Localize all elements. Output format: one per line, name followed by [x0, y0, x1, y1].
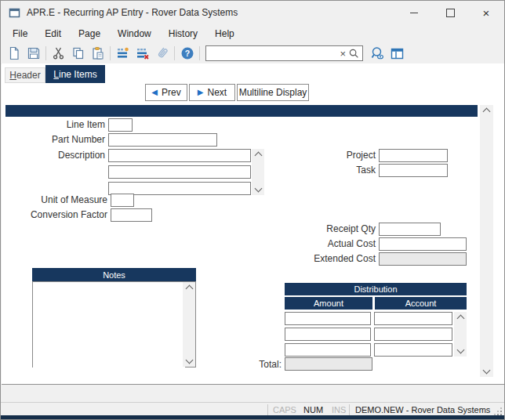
toolbar-separator: [45, 46, 46, 60]
session-indicator: DEMO.NEW - Rover Data Systems: [355, 405, 490, 415]
form-layout-button[interactable]: [387, 44, 407, 63]
distribution-scrollbar[interactable]: [454, 312, 467, 357]
menu-window[interactable]: Window: [109, 25, 160, 42]
toolbar-separator: [174, 46, 175, 60]
maximize-icon: [446, 9, 455, 17]
next-button[interactable]: ▶ Next: [189, 84, 235, 101]
notes-box: [32, 281, 196, 368]
toolbar: ? ×: [1, 43, 504, 64]
extended-cost-label: Extended Cost: [299, 252, 376, 266]
attachment-icon: [155, 46, 169, 60]
advanced-lookup-button[interactable]: [368, 44, 387, 63]
scroll-down-icon[interactable]: [254, 185, 262, 193]
distribution-account-column-header: Account: [375, 297, 467, 310]
app-window-icon[interactable]: [9, 7, 20, 19]
ins-indicator: INS: [332, 405, 346, 415]
tab-header[interactable]: Header: [5, 67, 45, 83]
insert-row-icon: [116, 46, 130, 60]
tab-line-items[interactable]: Line Items: [45, 65, 105, 83]
prev-button-label: Prev: [162, 87, 181, 98]
toolbar-separator: [110, 46, 111, 60]
distribution-header: Distribution: [285, 283, 467, 295]
distribution-account-field-3[interactable]: [374, 343, 452, 357]
next-button-label: Next: [208, 87, 227, 98]
paste-button[interactable]: [88, 44, 107, 63]
distribution-account-field-1[interactable]: [374, 312, 452, 325]
description-field-1[interactable]: [108, 149, 251, 162]
search-box: ×: [205, 45, 363, 61]
scroll-up-icon[interactable]: [483, 108, 491, 116]
description-label: Description: [1, 149, 105, 162]
prev-button[interactable]: ◀ Prev: [145, 84, 187, 101]
project-field[interactable]: [379, 149, 448, 162]
new-document-button[interactable]: [4, 44, 24, 63]
scroll-down-icon[interactable]: [185, 357, 193, 364]
multiline-display-button[interactable]: Multiline Display: [237, 84, 309, 101]
help-button[interactable]: ?: [177, 44, 197, 63]
part-number-field[interactable]: [108, 133, 217, 147]
unit-of-measure-field[interactable]: [111, 194, 134, 207]
menu-edit[interactable]: Edit: [36, 25, 70, 42]
close-icon: ×: [483, 7, 490, 19]
status-separator: [349, 404, 350, 416]
insert-row-button[interactable]: [113, 44, 133, 63]
conversion-factor-field[interactable]: [111, 208, 152, 222]
distribution-title: Distribution: [354, 284, 397, 294]
line-item-field[interactable]: [108, 118, 133, 132]
search-clear-icon[interactable]: ×: [337, 49, 348, 59]
new-document-icon: [7, 46, 21, 60]
toolbar-separator: [199, 46, 200, 60]
distribution-amount-field-3[interactable]: [285, 343, 371, 357]
distribution-account-field-2[interactable]: [374, 328, 452, 341]
menu-page[interactable]: Page: [70, 25, 109, 42]
notes-title: Notes: [103, 270, 125, 280]
scroll-up-icon[interactable]: [185, 285, 193, 293]
task-field[interactable]: [379, 164, 448, 177]
conversion-factor-label: Conversion Factor: [1, 208, 107, 222]
search-input[interactable]: [206, 48, 337, 59]
menu-file[interactable]: File: [4, 25, 36, 42]
cut-button[interactable]: [49, 44, 68, 63]
project-label: Project: [299, 149, 376, 162]
close-button[interactable]: ×: [468, 1, 504, 24]
menu-history[interactable]: History: [160, 25, 206, 42]
delete-row-icon: [136, 46, 150, 60]
save-button[interactable]: [24, 44, 43, 63]
advanced-lookup-icon: [370, 46, 385, 61]
account-column-label: Account: [405, 299, 437, 308]
tab-line-items-label: Line Items: [53, 69, 96, 80]
scroll-up-icon[interactable]: [254, 152, 262, 160]
total-label: Total:: [250, 358, 282, 371]
line-item-label: Line Item: [1, 118, 105, 132]
svg-text:?: ?: [184, 49, 189, 58]
search-magnifier-icon[interactable]: [348, 48, 360, 60]
caps-indicator: CAPS: [273, 405, 296, 415]
receipt-qty-label: Receipt Qty: [299, 223, 376, 236]
scroll-down-icon[interactable]: [456, 346, 464, 354]
form-layout-icon: [390, 46, 405, 61]
menu-help[interactable]: Help: [206, 25, 243, 42]
copy-icon: [71, 46, 85, 60]
distribution-amount-field-2[interactable]: [285, 328, 371, 341]
main-vertical-scrollbar[interactable]: [480, 105, 493, 377]
maximize-button[interactable]: [432, 1, 468, 24]
attachment-button[interactable]: [152, 44, 172, 63]
scroll-up-icon[interactable]: [456, 315, 464, 323]
description-field-2[interactable]: [108, 165, 251, 179]
notes-scrollbar[interactable]: [183, 282, 195, 367]
minimize-button[interactable]: [396, 1, 432, 24]
receipt-qty-field[interactable]: [379, 223, 441, 236]
notes-header: Notes: [32, 268, 196, 281]
copy-button[interactable]: [68, 44, 88, 63]
extended-cost-field: [379, 252, 467, 266]
unit-of-measure-label: Unit of Measure: [1, 194, 107, 207]
prev-arrow-icon: ◀: [151, 89, 158, 96]
notes-textarea[interactable]: [33, 282, 185, 370]
distribution-amount-field-1[interactable]: [285, 312, 371, 325]
status-separator: [267, 404, 268, 416]
actual-cost-field[interactable]: [379, 237, 467, 251]
delete-row-button[interactable]: [133, 44, 152, 63]
scroll-down-icon[interactable]: [483, 367, 491, 375]
title-bar: APR.E - Recurring AP Entry - Rover Data …: [1, 1, 504, 24]
description-scrollbar[interactable]: [252, 149, 264, 195]
